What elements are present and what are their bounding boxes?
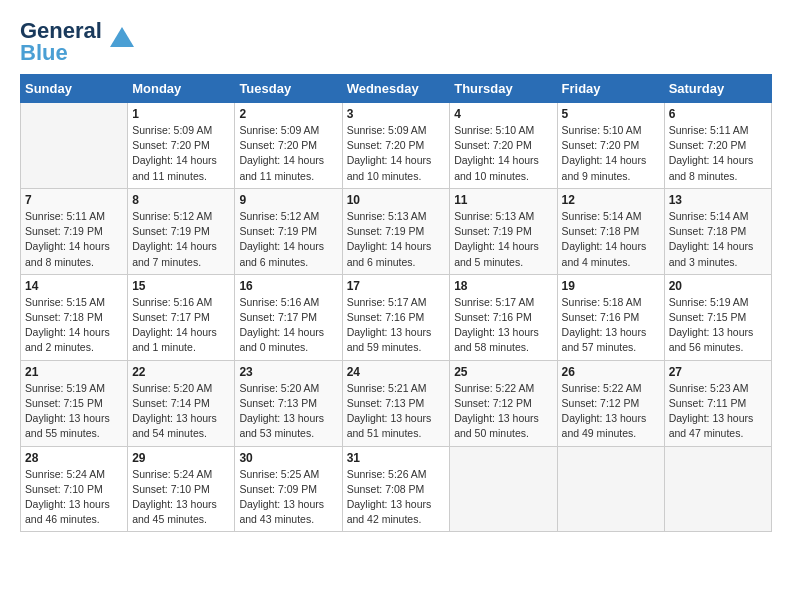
calendar-cell: 11Sunrise: 5:13 AM Sunset: 7:19 PM Dayli… <box>450 188 557 274</box>
weekday-header-sunday: Sunday <box>21 75 128 103</box>
day-number: 18 <box>454 279 552 293</box>
day-number: 19 <box>562 279 660 293</box>
day-number: 5 <box>562 107 660 121</box>
calendar-cell: 9Sunrise: 5:12 AM Sunset: 7:19 PM Daylig… <box>235 188 342 274</box>
calendar-cell: 23Sunrise: 5:20 AM Sunset: 7:13 PM Dayli… <box>235 360 342 446</box>
calendar-cell: 17Sunrise: 5:17 AM Sunset: 7:16 PM Dayli… <box>342 274 450 360</box>
day-number: 8 <box>132 193 230 207</box>
calendar-cell: 6Sunrise: 5:11 AM Sunset: 7:20 PM Daylig… <box>664 103 771 189</box>
header: GeneralBlue <box>20 20 772 64</box>
day-info: Sunrise: 5:26 AM Sunset: 7:08 PM Dayligh… <box>347 467 446 528</box>
weekday-row: SundayMondayTuesdayWednesdayThursdayFrid… <box>21 75 772 103</box>
day-info: Sunrise: 5:18 AM Sunset: 7:16 PM Dayligh… <box>562 295 660 356</box>
calendar-cell: 29Sunrise: 5:24 AM Sunset: 7:10 PM Dayli… <box>128 446 235 532</box>
day-info: Sunrise: 5:09 AM Sunset: 7:20 PM Dayligh… <box>132 123 230 184</box>
day-info: Sunrise: 5:16 AM Sunset: 7:17 PM Dayligh… <box>239 295 337 356</box>
calendar-cell: 14Sunrise: 5:15 AM Sunset: 7:18 PM Dayli… <box>21 274 128 360</box>
calendar-cell: 4Sunrise: 5:10 AM Sunset: 7:20 PM Daylig… <box>450 103 557 189</box>
calendar-week-3: 14Sunrise: 5:15 AM Sunset: 7:18 PM Dayli… <box>21 274 772 360</box>
day-info: Sunrise: 5:22 AM Sunset: 7:12 PM Dayligh… <box>562 381 660 442</box>
day-number: 16 <box>239 279 337 293</box>
calendar-cell: 26Sunrise: 5:22 AM Sunset: 7:12 PM Dayli… <box>557 360 664 446</box>
day-number: 27 <box>669 365 767 379</box>
day-number: 12 <box>562 193 660 207</box>
day-info: Sunrise: 5:19 AM Sunset: 7:15 PM Dayligh… <box>25 381 123 442</box>
day-info: Sunrise: 5:24 AM Sunset: 7:10 PM Dayligh… <box>25 467 123 528</box>
day-number: 9 <box>239 193 337 207</box>
calendar-cell: 22Sunrise: 5:20 AM Sunset: 7:14 PM Dayli… <box>128 360 235 446</box>
weekday-header-saturday: Saturday <box>664 75 771 103</box>
day-info: Sunrise: 5:12 AM Sunset: 7:19 PM Dayligh… <box>239 209 337 270</box>
day-number: 10 <box>347 193 446 207</box>
day-number: 1 <box>132 107 230 121</box>
calendar-cell: 8Sunrise: 5:12 AM Sunset: 7:19 PM Daylig… <box>128 188 235 274</box>
calendar-week-4: 21Sunrise: 5:19 AM Sunset: 7:15 PM Dayli… <box>21 360 772 446</box>
day-number: 7 <box>25 193 123 207</box>
calendar-cell: 10Sunrise: 5:13 AM Sunset: 7:19 PM Dayli… <box>342 188 450 274</box>
calendar-cell <box>21 103 128 189</box>
calendar-cell: 2Sunrise: 5:09 AM Sunset: 7:20 PM Daylig… <box>235 103 342 189</box>
logo: GeneralBlue <box>20 20 138 64</box>
calendar-cell: 19Sunrise: 5:18 AM Sunset: 7:16 PM Dayli… <box>557 274 664 360</box>
calendar-cell: 18Sunrise: 5:17 AM Sunset: 7:16 PM Dayli… <box>450 274 557 360</box>
day-info: Sunrise: 5:20 AM Sunset: 7:14 PM Dayligh… <box>132 381 230 442</box>
day-number: 30 <box>239 451 337 465</box>
calendar-cell: 21Sunrise: 5:19 AM Sunset: 7:15 PM Dayli… <box>21 360 128 446</box>
calendar-table: SundayMondayTuesdayWednesdayThursdayFrid… <box>20 74 772 532</box>
day-number: 11 <box>454 193 552 207</box>
day-number: 29 <box>132 451 230 465</box>
calendar-week-1: 1Sunrise: 5:09 AM Sunset: 7:20 PM Daylig… <box>21 103 772 189</box>
calendar-body: 1Sunrise: 5:09 AM Sunset: 7:20 PM Daylig… <box>21 103 772 532</box>
weekday-header-friday: Friday <box>557 75 664 103</box>
day-info: Sunrise: 5:09 AM Sunset: 7:20 PM Dayligh… <box>347 123 446 184</box>
calendar-cell: 24Sunrise: 5:21 AM Sunset: 7:13 PM Dayli… <box>342 360 450 446</box>
day-info: Sunrise: 5:20 AM Sunset: 7:13 PM Dayligh… <box>239 381 337 442</box>
day-number: 15 <box>132 279 230 293</box>
weekday-header-thursday: Thursday <box>450 75 557 103</box>
day-number: 17 <box>347 279 446 293</box>
day-number: 25 <box>454 365 552 379</box>
calendar-cell: 25Sunrise: 5:22 AM Sunset: 7:12 PM Dayli… <box>450 360 557 446</box>
day-number: 4 <box>454 107 552 121</box>
day-number: 23 <box>239 365 337 379</box>
calendar-cell: 12Sunrise: 5:14 AM Sunset: 7:18 PM Dayli… <box>557 188 664 274</box>
day-info: Sunrise: 5:14 AM Sunset: 7:18 PM Dayligh… <box>562 209 660 270</box>
calendar-header: SundayMondayTuesdayWednesdayThursdayFrid… <box>21 75 772 103</box>
day-info: Sunrise: 5:19 AM Sunset: 7:15 PM Dayligh… <box>669 295 767 356</box>
calendar-cell: 5Sunrise: 5:10 AM Sunset: 7:20 PM Daylig… <box>557 103 664 189</box>
day-info: Sunrise: 5:11 AM Sunset: 7:19 PM Dayligh… <box>25 209 123 270</box>
calendar-cell: 13Sunrise: 5:14 AM Sunset: 7:18 PM Dayli… <box>664 188 771 274</box>
day-info: Sunrise: 5:10 AM Sunset: 7:20 PM Dayligh… <box>454 123 552 184</box>
calendar-cell: 15Sunrise: 5:16 AM Sunset: 7:17 PM Dayli… <box>128 274 235 360</box>
weekday-header-tuesday: Tuesday <box>235 75 342 103</box>
weekday-header-monday: Monday <box>128 75 235 103</box>
day-number: 21 <box>25 365 123 379</box>
day-info: Sunrise: 5:15 AM Sunset: 7:18 PM Dayligh… <box>25 295 123 356</box>
day-info: Sunrise: 5:14 AM Sunset: 7:18 PM Dayligh… <box>669 209 767 270</box>
day-info: Sunrise: 5:13 AM Sunset: 7:19 PM Dayligh… <box>347 209 446 270</box>
day-info: Sunrise: 5:24 AM Sunset: 7:10 PM Dayligh… <box>132 467 230 528</box>
weekday-header-wednesday: Wednesday <box>342 75 450 103</box>
calendar-cell <box>450 446 557 532</box>
day-number: 31 <box>347 451 446 465</box>
calendar-cell: 31Sunrise: 5:26 AM Sunset: 7:08 PM Dayli… <box>342 446 450 532</box>
day-number: 2 <box>239 107 337 121</box>
day-number: 14 <box>25 279 123 293</box>
calendar-cell: 27Sunrise: 5:23 AM Sunset: 7:11 PM Dayli… <box>664 360 771 446</box>
day-number: 13 <box>669 193 767 207</box>
logo-text: GeneralBlue <box>20 20 102 64</box>
day-info: Sunrise: 5:17 AM Sunset: 7:16 PM Dayligh… <box>347 295 446 356</box>
day-number: 26 <box>562 365 660 379</box>
day-info: Sunrise: 5:25 AM Sunset: 7:09 PM Dayligh… <box>239 467 337 528</box>
day-number: 6 <box>669 107 767 121</box>
logo-icon <box>106 23 138 51</box>
day-number: 22 <box>132 365 230 379</box>
calendar-cell: 30Sunrise: 5:25 AM Sunset: 7:09 PM Dayli… <box>235 446 342 532</box>
day-info: Sunrise: 5:13 AM Sunset: 7:19 PM Dayligh… <box>454 209 552 270</box>
day-info: Sunrise: 5:10 AM Sunset: 7:20 PM Dayligh… <box>562 123 660 184</box>
day-info: Sunrise: 5:16 AM Sunset: 7:17 PM Dayligh… <box>132 295 230 356</box>
calendar-cell: 28Sunrise: 5:24 AM Sunset: 7:10 PM Dayli… <box>21 446 128 532</box>
calendar-cell: 20Sunrise: 5:19 AM Sunset: 7:15 PM Dayli… <box>664 274 771 360</box>
day-info: Sunrise: 5:17 AM Sunset: 7:16 PM Dayligh… <box>454 295 552 356</box>
calendar-cell: 1Sunrise: 5:09 AM Sunset: 7:20 PM Daylig… <box>128 103 235 189</box>
